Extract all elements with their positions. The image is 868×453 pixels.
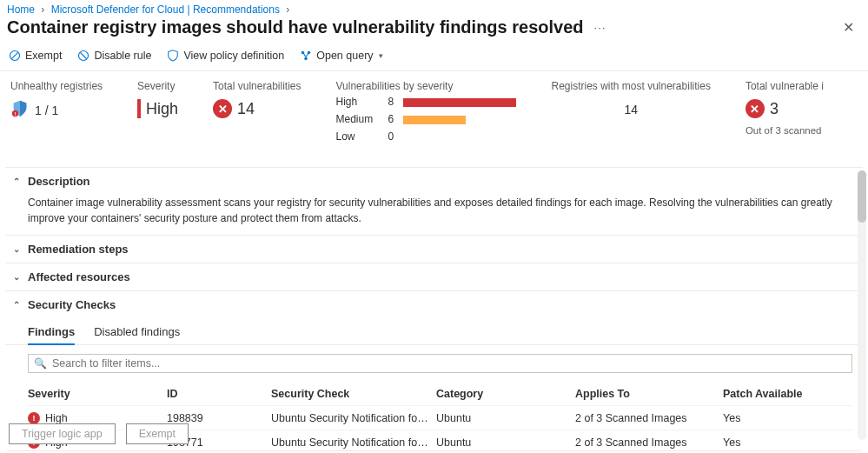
section-title: Affected resources	[28, 270, 130, 283]
cell-category: Ubuntu	[436, 436, 575, 449]
section-title: Remediation steps	[28, 243, 129, 256]
table-header-row: Severity ID Security Check Category Appl…	[28, 382, 852, 406]
col-severity[interactable]: Severity	[28, 388, 167, 400]
cell-applies: 2 of 3 Scanned Images	[575, 412, 723, 424]
sev-low-bar	[403, 132, 516, 141]
ban-icon	[9, 50, 21, 62]
sev-med-count: 6	[388, 113, 403, 125]
breadcrumb: Home › Microsoft Defender for Cloud | Re…	[0, 0, 868, 17]
error-circle-icon: ✕	[213, 99, 232, 118]
sev-high-bar	[403, 97, 516, 106]
stat-by-severity: Vulnerabilities by severity High 8 Mediu…	[335, 80, 516, 143]
sev-med-label: Medium	[335, 113, 388, 125]
search-input[interactable]	[52, 357, 846, 370]
close-button[interactable]: ✕	[843, 19, 854, 36]
stat-label: Unhealthy registries	[10, 80, 103, 92]
sev-med-bar	[403, 115, 516, 123]
chevron-down-icon: ⌄	[12, 272, 21, 282]
search-icon: 🔍	[34, 357, 47, 370]
exempt-label: Exempt	[25, 50, 62, 62]
svg-point-6	[304, 57, 308, 61]
cell-patch: Yes	[723, 412, 836, 424]
col-patch[interactable]: Patch Available	[723, 388, 836, 400]
tab-disabled-findings[interactable]: Disabled findings	[94, 322, 180, 344]
view-policy-label: View policy definition	[183, 50, 284, 62]
stat-value: 14	[237, 100, 255, 118]
breadcrumb-sep: ›	[282, 3, 293, 16]
page-title: Container registry images should have vu…	[7, 17, 584, 37]
view-policy-button[interactable]: View policy definition	[167, 50, 284, 62]
sev-low-count: 0	[388, 130, 403, 143]
col-check[interactable]: Security Check	[271, 388, 436, 400]
breadcrumb-sep: ›	[37, 3, 48, 16]
breadcrumb-home[interactable]: Home	[7, 3, 35, 16]
section-remediation-header[interactable]: ⌄ Remediation steps	[5, 236, 863, 263]
col-id[interactable]: ID	[167, 388, 271, 400]
chevron-up-icon: ⌃	[12, 177, 21, 186]
svg-line-1	[11, 52, 17, 58]
cell-patch: Yes	[723, 436, 836, 449]
section-title: Security Checks	[28, 298, 116, 311]
cell-applies: 2 of 3 Scanned Images	[575, 436, 723, 449]
content-area: ⌃ Description Container image vulnerabil…	[0, 167, 868, 453]
col-category[interactable]: Category	[436, 388, 575, 400]
cell-check: Ubuntu Security Notification for Open...	[271, 412, 436, 424]
section-affected-header[interactable]: ⌄ Affected resources	[5, 263, 863, 290]
tab-findings[interactable]: Findings	[28, 322, 75, 345]
tabs: Findings Disabled findings	[5, 318, 863, 345]
sev-low-label: Low	[335, 130, 388, 143]
toolbar: Exempt Disable rule View policy definiti…	[0, 44, 868, 71]
section-security-checks-header[interactable]: ⌃ Security Checks	[5, 291, 863, 318]
stats-strip: Unhealthy registries ! 1 / 1 Severity Hi…	[0, 71, 868, 150]
footer-divider	[7, 450, 861, 451]
sev-high-count: 8	[388, 96, 403, 108]
svg-line-3	[81, 53, 87, 59]
sev-high-label: High	[335, 96, 388, 108]
chevron-down-icon: ▾	[379, 51, 383, 60]
disable-rule-label: Disable rule	[94, 50, 151, 62]
stat-subtext: Out of 3 scanned	[745, 122, 824, 136]
policy-icon	[167, 50, 179, 62]
disable-icon	[77, 50, 89, 62]
stat-value: 1 / 1	[35, 103, 58, 117]
exempt-button[interactable]: Exempt	[9, 50, 62, 62]
stat-label: Severity	[137, 80, 178, 92]
search-box[interactable]: 🔍	[28, 354, 852, 373]
open-query-label: Open query	[316, 50, 373, 62]
stat-value: High	[146, 100, 178, 118]
breadcrumb-defender[interactable]: Microsoft Defender for Cloud | Recommend…	[51, 3, 280, 16]
more-menu[interactable]: ···	[584, 21, 606, 34]
exempt-footer-button[interactable]: Exempt	[126, 423, 189, 444]
col-applies[interactable]: Applies To	[575, 388, 723, 400]
stat-severity: Severity High	[137, 80, 178, 143]
chevron-down-icon: ⌄	[12, 244, 21, 254]
query-icon	[300, 50, 312, 62]
cell-id: 198839	[167, 412, 271, 424]
stat-most-registries: Registries with most vulnerabilities 14	[551, 80, 710, 143]
section-description-header[interactable]: ⌃ Description	[5, 168, 863, 195]
stat-total-vuln: Total vulnerabilities ✕ 14	[213, 80, 301, 143]
cell-category: Ubuntu	[436, 412, 575, 424]
description-text: Container image vulnerability assessment…	[5, 195, 863, 235]
section-title: Description	[28, 175, 90, 188]
stat-label: Total vulnerabilities	[213, 80, 301, 92]
severity-icon: !	[28, 412, 40, 424]
stat-label: Vulnerabilities by severity	[335, 80, 516, 92]
chevron-up-icon: ⌃	[12, 300, 21, 310]
error-circle-icon: ✕	[745, 99, 765, 118]
stat-label: Registries with most vulnerabilities	[551, 80, 710, 92]
cell-severity: High	[45, 412, 68, 424]
cell-check: Ubuntu Security Notification for Open...	[271, 436, 436, 449]
svg-text:!: !	[15, 111, 17, 117]
stat-unhealthy: Unhealthy registries ! 1 / 1	[10, 80, 103, 143]
shield-icon: !	[10, 99, 30, 121]
open-query-button[interactable]: Open query ▾	[300, 50, 382, 62]
stat-value: 14	[624, 103, 638, 117]
disable-rule-button[interactable]: Disable rule	[77, 50, 151, 62]
scrollbar-thumb[interactable]	[858, 170, 866, 223]
stat-label: Total vulnerable i	[745, 80, 824, 92]
stat-value: 3	[770, 100, 779, 118]
severity-bar-icon	[137, 99, 141, 118]
stat-total-images: Total vulnerable i ✕ 3 Out of 3 scanned	[745, 80, 824, 143]
trigger-logic-app-button[interactable]: Trigger logic app	[9, 423, 116, 444]
